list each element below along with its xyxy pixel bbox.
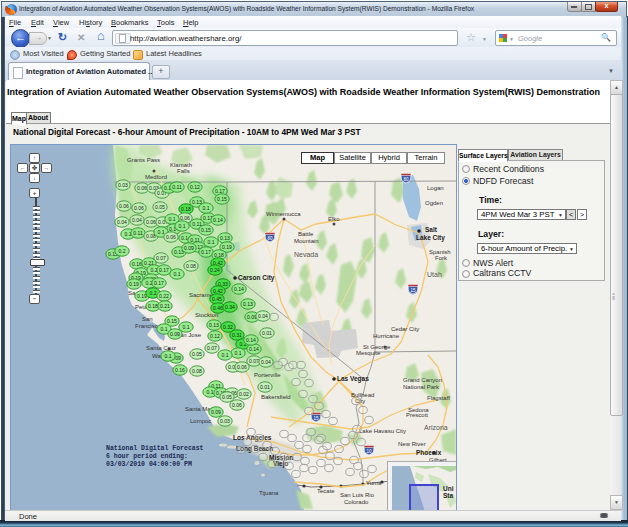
svg-text:National Digital Forecast: National Digital Forecast	[106, 445, 204, 452]
svg-text:0.14: 0.14	[249, 346, 259, 352]
svg-text:0.12: 0.12	[190, 184, 200, 190]
svg-text:0.06: 0.06	[119, 203, 129, 209]
svg-text:0.01: 0.01	[260, 384, 270, 390]
svg-text:Tecate: Tecate	[317, 488, 335, 494]
svg-text:0.02: 0.02	[239, 391, 249, 397]
svg-text:0.09: 0.09	[184, 245, 194, 251]
svg-text:Winnemucca: Winnemucca	[266, 211, 301, 217]
svg-text:0.04: 0.04	[258, 313, 268, 319]
svg-text:0.2: 0.2	[118, 248, 125, 254]
svg-text:0.16: 0.16	[132, 261, 142, 267]
svg-text:0.12: 0.12	[210, 333, 220, 339]
svg-text:Cedar City: Cedar City	[391, 326, 419, 332]
svg-text:Tijuana: Tijuana	[259, 490, 279, 496]
svg-text:San Luis Rio: San Luis Rio	[340, 492, 375, 498]
svg-text:Falls: Falls	[177, 168, 190, 174]
svg-text:0.04: 0.04	[117, 219, 127, 225]
svg-text:National Park: National Park	[403, 384, 440, 390]
svg-text:15: 15	[410, 288, 416, 293]
svg-text:0.15: 0.15	[167, 318, 177, 324]
svg-text:15: 15	[313, 416, 319, 421]
svg-text:80: 80	[403, 177, 409, 182]
svg-text:0.14: 0.14	[213, 217, 223, 223]
svg-text:0.14: 0.14	[246, 337, 256, 343]
svg-text:0.46: 0.46	[213, 305, 223, 311]
svg-text:0.15: 0.15	[217, 196, 227, 202]
svg-text:Lompoc: Lompoc	[190, 418, 211, 424]
svg-text:New River: New River	[398, 441, 426, 447]
svg-text:Lake City: Lake City	[416, 234, 445, 242]
svg-text:Prescott: Prescott	[406, 412, 428, 418]
svg-text:0.1: 0.1	[160, 326, 167, 332]
svg-text:Uni: Uni	[443, 485, 454, 492]
svg-text:Nevada: Nevada	[294, 251, 318, 258]
svg-text:Santa Cruz: Santa Cruz	[146, 345, 176, 351]
svg-text:Bakersfield: Bakersfield	[261, 394, 291, 400]
svg-text:Carson City: Carson City	[238, 274, 275, 282]
svg-text:0.11: 0.11	[133, 230, 143, 236]
svg-text:Phoenix: Phoenix	[416, 449, 442, 456]
svg-text:Lake Havasu City: Lake Havasu City	[359, 428, 406, 434]
svg-text:0.17: 0.17	[159, 267, 169, 273]
svg-text:0.06: 0.06	[232, 402, 242, 408]
svg-text:Grand Canyon: Grand Canyon	[403, 377, 442, 383]
svg-text:0.45: 0.45	[212, 296, 222, 302]
svg-text:0.1: 0.1	[234, 350, 241, 356]
svg-text:Yuma: Yuma	[366, 480, 382, 486]
svg-text:Flagstaff: Flagstaff	[427, 395, 450, 401]
svg-text:Mountain: Mountain	[294, 238, 319, 244]
svg-text:0.18: 0.18	[181, 206, 191, 212]
svg-text:0.1: 0.1	[173, 271, 180, 277]
svg-text:Colorado: Colorado	[344, 499, 369, 505]
svg-text:0.13: 0.13	[209, 322, 219, 328]
svg-text:Medford: Medford	[145, 174, 167, 180]
svg-text:0.1: 0.1	[168, 216, 175, 222]
svg-text:0.19: 0.19	[129, 281, 139, 287]
svg-text:03/03/2010 04:00:00 PM: 03/03/2010 04:00:00 PM	[106, 461, 192, 468]
svg-text:Salt: Salt	[425, 226, 438, 233]
svg-text:0.13: 0.13	[220, 235, 230, 241]
svg-text:Hurricane: Hurricane	[373, 333, 400, 339]
svg-text:0.06: 0.06	[237, 364, 247, 370]
svg-text:0.05: 0.05	[222, 394, 232, 400]
svg-text:Fork: Fork	[435, 255, 448, 261]
svg-text:0.06: 0.06	[166, 234, 176, 240]
svg-text:0.09: 0.09	[211, 409, 221, 415]
svg-text:0.07: 0.07	[156, 255, 166, 261]
svg-text:0.09: 0.09	[170, 331, 180, 337]
svg-text:0.04: 0.04	[132, 217, 142, 223]
svg-text:Las Vegas: Las Vegas	[337, 375, 369, 383]
svg-text:San: San	[142, 316, 153, 322]
svg-text:Grants Pass: Grants Pass	[127, 157, 160, 163]
svg-text:Mesquite: Mesquite	[356, 350, 381, 356]
svg-text:0.18: 0.18	[148, 303, 158, 309]
svg-text:Battle: Battle	[298, 231, 314, 237]
svg-text:0.1: 0.1	[202, 205, 209, 211]
svg-text:0.01: 0.01	[262, 330, 272, 336]
svg-text:0.1: 0.1	[207, 239, 214, 245]
svg-text:0.07: 0.07	[207, 345, 217, 351]
svg-text:0.04: 0.04	[261, 359, 271, 365]
svg-text:0.2: 0.2	[149, 290, 156, 296]
svg-text:0.1: 0.1	[157, 229, 164, 235]
svg-text:0.1: 0.1	[178, 223, 185, 229]
svg-text:0.34: 0.34	[225, 304, 235, 310]
svg-text:Sta: Sta	[443, 492, 454, 499]
svg-text:0.21: 0.21	[160, 303, 170, 309]
svg-text:0.03: 0.03	[118, 182, 128, 188]
svg-text:0.08: 0.08	[192, 368, 202, 374]
svg-text:0.06: 0.06	[134, 205, 144, 211]
svg-text:10: 10	[366, 449, 372, 454]
svg-text:0.13: 0.13	[243, 301, 253, 307]
svg-text:0.17: 0.17	[215, 188, 225, 194]
svg-text:0.06: 0.06	[137, 185, 147, 191]
svg-text:Elko: Elko	[328, 216, 340, 222]
svg-text:0.31: 0.31	[232, 332, 242, 338]
svg-text:0.32: 0.32	[223, 324, 233, 330]
svg-text:0.06: 0.06	[180, 215, 190, 221]
svg-text:0.24: 0.24	[210, 267, 220, 273]
svg-text:0.11: 0.11	[172, 184, 182, 190]
svg-text:Arizona: Arizona	[424, 424, 448, 431]
svg-text:Ogden: Ogden	[425, 200, 443, 206]
svg-text:0.03: 0.03	[220, 418, 230, 424]
